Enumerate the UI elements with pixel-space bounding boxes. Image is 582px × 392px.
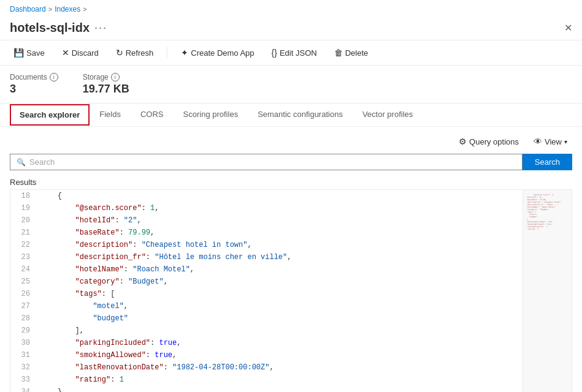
tab-semantic-configurations[interactable]: Semantic configurations — [248, 104, 353, 126]
code-content: { "@search.score": 1, "hotelId": "2", "b… — [40, 190, 523, 392]
eye-icon: 👁 — [534, 137, 542, 146]
delete-button[interactable]: 🗑 Delete — [331, 45, 372, 60]
save-icon: 💾 — [13, 48, 24, 58]
documents-info-icon[interactable]: i — [50, 73, 58, 81]
table-row: { — [40, 190, 523, 202]
documents-label: Documents — [10, 73, 47, 81]
page-title: hotels-sql-idx — [10, 21, 90, 35]
toolbar: 💾 Save ✕ Discard ↻ Refresh ✦ Create Demo… — [0, 40, 582, 66]
documents-value: 3 — [10, 83, 58, 96]
tab-vector-profiles[interactable]: Vector profiles — [353, 104, 423, 126]
table-row: "rating": 1 — [40, 374, 523, 386]
breadcrumb-dashboard[interactable]: Dashboard — [10, 5, 46, 13]
table-row: "description_fr": "Hôtel le moins cher e… — [40, 251, 523, 263]
breadcrumb: Dashboard > Indexes > — [0, 0, 582, 18]
breadcrumb-sep1: > — [48, 6, 52, 13]
tab-cors[interactable]: CORS — [131, 104, 174, 126]
storage-info-icon[interactable]: i — [111, 73, 120, 81]
title-bar: hotels-sql-idx ··· ✕ — [0, 18, 582, 40]
tab-fields[interactable]: Fields — [90, 104, 131, 126]
tab-search-explorer[interactable]: Search explorer — [10, 104, 90, 126]
save-button[interactable]: 💾 Save — [10, 45, 48, 60]
gear-icon: ⚙ — [459, 137, 467, 146]
create-demo-app-button[interactable]: ✦ Create Demo App — [177, 45, 258, 60]
toolbar-separator — [167, 47, 167, 59]
table-row: "motel", — [40, 300, 523, 312]
tabs-container: Search explorerFieldsCORSScoring profile… — [0, 104, 582, 127]
results-section: 181920212223242526272829303132333435 { "… — [0, 189, 582, 392]
storage-value: 19.77 KB — [83, 83, 129, 96]
code-area: 181920212223242526272829303132333435 { "… — [10, 190, 523, 392]
minimap: "@search.score": 1, "hotelId": "2", "bas… — [523, 190, 572, 392]
storage-label: Storage — [83, 73, 109, 81]
search-mag-icon: 🔍 — [17, 158, 26, 167]
results-label: Results — [0, 175, 582, 189]
refresh-button[interactable]: ↻ Refresh — [112, 45, 158, 60]
edit-json-icon: {} — [272, 48, 277, 58]
search-button[interactable]: Search — [523, 154, 572, 170]
table-row: "hotelName": "Roach Motel", — [40, 263, 523, 276]
table-row: "budget" — [40, 312, 523, 325]
search-input[interactable] — [29, 157, 516, 167]
table-row: "category": "Budget", — [40, 276, 523, 288]
search-toolbar: ⚙ Query options 👁 View ▾ — [0, 127, 582, 154]
discard-button[interactable]: ✕ Discard — [58, 45, 102, 60]
query-options-button[interactable]: ⚙ Query options — [454, 134, 524, 149]
close-button[interactable]: ✕ — [564, 22, 572, 34]
edit-json-button[interactable]: {} Edit JSON — [268, 45, 321, 60]
breadcrumb-indexes[interactable]: Indexes — [55, 5, 80, 13]
stats-row: Documents i 3 Storage i 19.77 KB — [0, 66, 582, 104]
table-row: "@search.score": 1, — [40, 202, 523, 214]
table-row: }, — [40, 386, 523, 392]
view-button[interactable]: 👁 View ▾ — [529, 134, 572, 149]
line-numbers: 181920212223242526272829303132333435 — [20, 190, 40, 392]
refresh-icon: ↻ — [116, 48, 123, 58]
tab-scoring-profiles[interactable]: Scoring profiles — [174, 104, 248, 126]
chevron-down-icon: ▾ — [564, 138, 567, 145]
delete-icon: 🗑 — [334, 48, 343, 58]
table-row: "parkingIncluded": true, — [40, 337, 523, 349]
storage-stat: Storage i 19.77 KB — [83, 73, 129, 96]
search-input-wrapper: 🔍 — [10, 154, 523, 170]
code-scroll[interactable]: 181920212223242526272829303132333435 { "… — [10, 190, 523, 392]
results-wrapper: 181920212223242526272829303132333435 { "… — [10, 189, 572, 392]
table-row: "baseRate": 79.99, — [40, 227, 523, 239]
table-row: ], — [40, 325, 523, 337]
table-row: "hotelId": "2", — [40, 214, 523, 227]
create-demo-icon: ✦ — [181, 48, 188, 58]
search-bar: 🔍 Search — [0, 154, 582, 175]
documents-stat: Documents i 3 — [10, 73, 58, 96]
table-row: "description": "Cheapest hotel in town", — [40, 239, 523, 251]
table-row: "lastRenovationDate": "1982-04-28T00:00:… — [40, 361, 523, 374]
table-row: "tags": [ — [40, 288, 523, 300]
breadcrumb-sep2: > — [83, 6, 86, 13]
discard-icon: ✕ — [62, 48, 69, 58]
title-more-options[interactable]: ··· — [94, 21, 107, 34]
table-row: "smokingAllowed": true, — [40, 349, 523, 361]
